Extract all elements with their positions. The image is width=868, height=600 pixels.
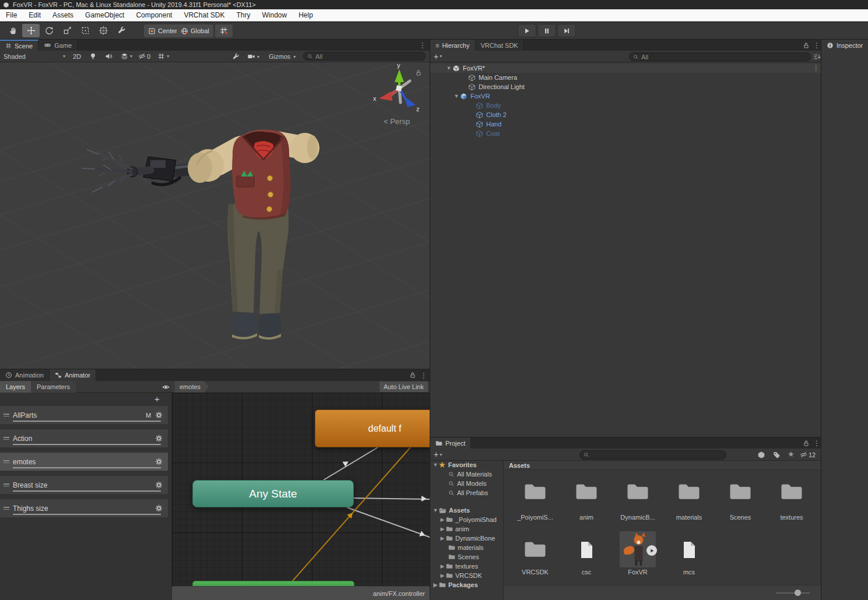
foldout-icon[interactable]: ▼ [453,93,460,99]
scale-tool-button[interactable] [58,24,76,37]
menu-file[interactable]: File [0,11,23,19]
foldout-icon[interactable]: ▼ [432,507,439,513]
tab-animation[interactable]: Animation [0,369,50,381]
menu-window[interactable]: Window [256,11,293,19]
project-folder-textures[interactable]: ▶ textures [430,562,502,571]
layer-weight-slider[interactable] [13,421,161,422]
layer-weight-slider[interactable] [13,467,161,468]
asset-anim-folder[interactable]: anim [561,475,612,524]
project-folder-poiyomi[interactable]: ▶ _PoiyomiShad [430,515,502,524]
hierarchy-item-coat[interactable]: Coat [430,129,821,138]
project-search[interactable] [579,450,726,460]
drag-handle-icon[interactable] [3,412,9,418]
hidden-packages-toggle[interactable]: 12 [800,451,816,458]
scene-menu-more-icon[interactable]: ⋮ [419,41,426,50]
asset-materials-folder[interactable]: materials [663,475,715,524]
scene-camera-settings-button[interactable] [229,51,243,62]
shading-mode-dropdown[interactable]: Shaded▾ [0,53,69,60]
foldout-icon[interactable]: ▼ [432,462,439,468]
project-assets-row[interactable]: ▼ Assets [430,506,502,515]
scene-visibility-toggle[interactable]: 0 [135,52,154,60]
scene-search-input[interactable] [315,53,421,60]
drag-handle-icon[interactable] [3,459,9,464]
project-folder-materials[interactable]: materials [430,543,502,552]
hierarchy-item-cloth2[interactable]: Cloth 2 [430,110,821,119]
axis-gizmo[interactable]: y x z [373,62,420,112]
menu-edit[interactable]: Edit [23,11,47,19]
gizmos-dropdown[interactable]: Gizmos▾ [265,51,299,62]
drag-handle-icon[interactable] [3,482,9,488]
asset-textures-folder[interactable]: textures [766,475,817,524]
asset-vrcsdk-folder[interactable]: VRCSDK [509,530,561,579]
eye-icon[interactable] [162,383,170,391]
slider-handle[interactable] [795,590,801,596]
axis-z-label[interactable]: z [416,105,420,112]
move-tool-button[interactable] [22,24,40,37]
foldout-icon[interactable]: ▶ [439,535,446,541]
tab-game[interactable]: Game [38,40,78,51]
any-state-node[interactable]: Any State [192,480,354,507]
menu-help[interactable]: Help [293,11,319,19]
hierarchy-item-hand[interactable]: Hand [430,119,821,129]
project-fav-all-prefabs[interactable]: All Prefabs [430,488,502,497]
tab-hierarchy[interactable]: ≡ Hierarchy [430,40,476,51]
foldout-icon[interactable]: ▶ [432,582,439,588]
project-packages-row[interactable]: ▶ Packages [430,580,502,590]
gear-icon[interactable] [155,504,163,512]
project-folder-scenes[interactable]: Scenes [430,552,502,562]
tab-vrchat-sdk[interactable]: VRChat SDK [476,40,524,51]
pause-button[interactable] [537,24,556,37]
tab-project[interactable]: Project [430,437,471,449]
asset-mcs-file[interactable]: mcs [663,530,715,579]
projection-label[interactable]: < Persp [384,117,410,126]
menu-gameobject[interactable]: GameObject [79,11,130,19]
animator-graph[interactable]: default f Any State anim/FX.controller [172,393,430,600]
asset-csc-file[interactable]: csc [561,530,612,579]
save-search-star-icon[interactable]: ★ [788,450,795,458]
thumbnail-size-slider[interactable] [776,592,810,594]
layer-weight-slider[interactable] [13,444,161,445]
scene-effects-dropdown[interactable]: ▾ [117,52,135,60]
animator-lock-icon[interactable] [409,372,416,379]
menu-vrchat-sdk[interactable]: VRChat SDK [178,11,230,19]
menu-assets[interactable]: Assets [47,11,79,19]
layers-tab-button[interactable]: Layers [0,381,31,393]
camera-dropdown[interactable]: ▾ [245,51,262,62]
drag-handle-icon[interactable] [3,436,9,441]
preview-play-badge[interactable] [646,545,657,556]
hierarchy-search-input[interactable] [641,54,807,61]
step-button[interactable] [557,24,576,37]
tab-scene[interactable]: Scene [0,40,38,51]
hierarchy-create-dropdown[interactable]: +▾ [430,52,445,61]
gear-icon[interactable] [155,458,163,465]
breadcrumb[interactable]: emotes [175,381,209,393]
project-fav-all-materials[interactable]: All Materials [430,470,502,479]
hierarchy-lock-icon[interactable] [803,42,810,49]
tab-inspector[interactable]: Inspector [821,40,868,51]
foldout-icon[interactable]: ▶ [439,517,446,523]
axis-y-label[interactable]: y [397,62,400,69]
foldout-icon[interactable]: ▶ [439,526,446,532]
grid-snap-toggle[interactable] [215,24,233,37]
hierarchy-search[interactable] [629,52,811,61]
hierarchy-menu-more-icon[interactable]: ⋮ [813,41,820,50]
tab-animator[interactable]: Animator [50,369,96,381]
asset-foxvr-model[interactable]: FoxVR [612,530,663,579]
project-favorites-row[interactable]: ▼ ★ Favorites [430,460,502,470]
scene-audio-toggle[interactable] [101,52,117,60]
gear-icon[interactable] [155,481,163,489]
character-model[interactable] [82,130,319,340]
foldout-icon[interactable]: ▶ [439,573,446,578]
layer-row-thighs-size[interactable]: Thighs size [0,499,168,517]
custom-tool-button[interactable] [113,24,130,37]
scene-viewport[interactable]: y x z < Persp [0,62,430,369]
project-folder-vrcsdk[interactable]: ▶ VRCSDK [430,571,502,580]
menu-component[interactable]: Component [130,11,178,19]
2d-toggle[interactable]: 2D [69,53,85,60]
add-layer-button[interactable]: + [154,394,160,404]
layer-weight-slider[interactable] [13,490,161,492]
drag-handle-icon[interactable] [3,506,9,511]
pivot-mode-toggle[interactable]: Center [144,24,181,37]
rotate-tool-button[interactable] [40,24,58,37]
grid-breadcrumb[interactable]: Assets [504,461,821,470]
